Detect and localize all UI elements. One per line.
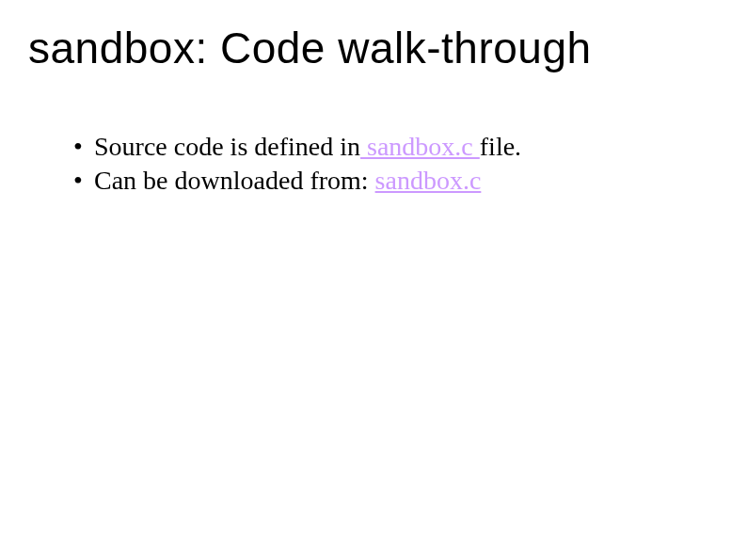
slide-title: sandbox: Code walk-through <box>28 23 719 73</box>
bullet-item-1: Source code is defined in sandbox.c file… <box>73 130 719 164</box>
link-sandbox-c-2[interactable]: sandbox.c <box>375 166 482 195</box>
bullet-2-prefix: Can be downloaded from: <box>94 166 375 195</box>
bullet-1-suffix: file. <box>480 132 521 161</box>
bullet-1-prefix: Source code is defined in <box>94 132 360 161</box>
bullet-item-2: Can be downloaded from: sandbox.c <box>73 164 719 198</box>
bullet-list: Source code is defined in sandbox.c file… <box>28 130 719 199</box>
link-sandbox-c-1[interactable]: sandbox.c <box>360 132 480 161</box>
